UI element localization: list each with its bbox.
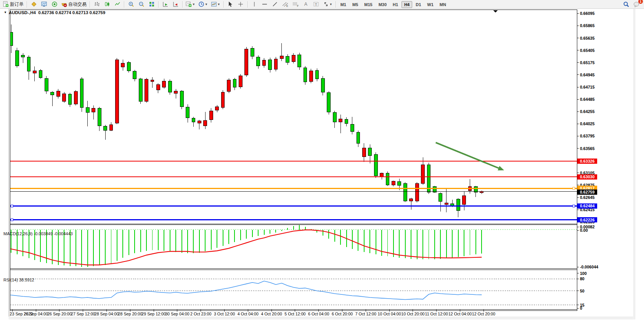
market-watch-button[interactable]	[29, 0, 39, 8]
equidistant-channel-icon: E	[282, 1, 289, 7]
svg-text:6 Oct 04:00: 6 Oct 04:00	[308, 312, 329, 316]
tile-windows-button[interactable]	[147, 0, 156, 8]
text-label-button[interactable]: T	[312, 0, 321, 8]
navigator-button[interactable]	[50, 0, 59, 8]
svg-text:0.63326: 0.63326	[580, 159, 595, 163]
svg-text:0.64485: 0.64485	[580, 97, 595, 102]
notification-badge: 1	[638, 0, 643, 4]
auto-trading-button[interactable]: 自动交易	[60, 0, 88, 8]
gold-diamond-icon	[31, 1, 37, 7]
crosshair-icon	[238, 1, 244, 7]
svg-text:4 Oct 04:00: 4 Oct 04:00	[238, 312, 259, 316]
separator	[90, 1, 90, 8]
svg-text:10 Oct 04:00: 10 Oct 04:00	[378, 312, 401, 316]
svg-text:A: A	[304, 2, 307, 7]
svg-text:11 Oct 12:00: 11 Oct 12:00	[425, 312, 448, 316]
chart-shift-icon	[173, 1, 179, 7]
toolbar: 新订单 自动交易	[0, 0, 644, 9]
candlestick-chart-icon	[104, 1, 110, 7]
indicators-button[interactable]: ▼	[185, 0, 196, 8]
cursor-icon	[227, 1, 233, 7]
zoom-in-button[interactable]	[126, 0, 136, 8]
svg-text:12 Oct 04:00: 12 Oct 04:00	[448, 312, 472, 316]
text-button[interactable]: A	[301, 0, 311, 8]
template-icon	[211, 1, 217, 7]
svg-text:2 Oct 23:00: 2 Oct 23:00	[190, 312, 211, 316]
svg-text:27 Sep 12:00: 27 Sep 12:00	[71, 312, 95, 316]
vertical-line-icon	[252, 1, 257, 7]
svg-text:0.62484: 0.62484	[580, 204, 595, 208]
zoom-out-button[interactable]	[137, 0, 146, 8]
fibonacci-icon: F	[292, 1, 299, 7]
chart-window[interactable]: 0.660950.658650.656350.654050.651750.649…	[0, 9, 644, 328]
search-icon	[623, 1, 630, 8]
svg-text:0: 0	[580, 306, 582, 310]
svg-text:0.63030: 0.63030	[580, 175, 595, 179]
tile-windows-icon	[149, 1, 155, 7]
trendline-icon	[272, 1, 278, 7]
auto-scroll-button[interactable]	[161, 0, 170, 8]
candlestick-chart-button[interactable]	[102, 0, 112, 8]
data-window-button[interactable]	[39, 0, 49, 8]
bar-chart-icon	[94, 1, 100, 7]
line-chart-icon	[114, 1, 120, 7]
separator	[336, 1, 336, 8]
svg-text:100: 100	[580, 271, 587, 276]
fibonacci-button[interactable]: F	[291, 0, 300, 8]
timeframe-W1[interactable]: W1	[424, 1, 436, 8]
new-chart-icon	[186, 1, 192, 7]
trendline-button[interactable]	[270, 0, 280, 8]
timeframe-H1[interactable]: H1	[390, 1, 401, 8]
chart-shift-button[interactable]	[171, 0, 180, 8]
crosshair-button[interactable]	[236, 0, 246, 8]
auto-trading-icon	[61, 1, 67, 7]
timeframe-MN[interactable]: MN	[437, 1, 449, 8]
price-chart-canvas[interactable]: 0.660950.658650.656350.654050.651750.649…	[0, 9, 644, 328]
periods-button[interactable]: ▼	[197, 0, 209, 8]
svg-text:0.62226: 0.62226	[580, 218, 595, 222]
templates-button[interactable]: ▼	[210, 0, 222, 8]
svg-text:0.63565: 0.63565	[580, 146, 595, 151]
svg-text:3 Oct 12:00: 3 Oct 12:00	[214, 312, 235, 316]
text-icon: A	[303, 1, 308, 7]
svg-text:E: E	[286, 5, 288, 7]
svg-text:5 Oct 12:00: 5 Oct 12:00	[284, 312, 305, 316]
separator	[182, 1, 183, 8]
chevron-down-icon: ▼	[217, 3, 220, 6]
svg-text:6 Oct 20:00: 6 Oct 20:00	[332, 312, 353, 316]
arrows-button[interactable]: ▼	[322, 0, 334, 8]
timeframe-M1[interactable]: M1	[338, 1, 349, 8]
timeframe-M30[interactable]: M30	[376, 1, 389, 8]
timeframe-M15[interactable]: M15	[361, 1, 375, 8]
vertical-line-button[interactable]	[250, 0, 259, 8]
horizontal-line-button[interactable]	[260, 0, 270, 8]
svg-text:50: 50	[580, 289, 585, 293]
separator	[247, 1, 248, 8]
timeframe-M5[interactable]: M5	[350, 1, 361, 8]
timeframe-D1[interactable]: D1	[413, 1, 424, 8]
svg-text:0.65865: 0.65865	[580, 23, 595, 28]
separator	[158, 1, 159, 8]
svg-text:0.62645: 0.62645	[580, 195, 595, 200]
new-order-button[interactable]: 新订单	[2, 0, 25, 8]
bar-chart-button[interactable]	[92, 0, 101, 8]
equidistant-channel-button[interactable]: E	[281, 0, 290, 8]
svg-text:0.64715: 0.64715	[580, 85, 595, 89]
auto-trading-label: 自动交易	[68, 1, 87, 8]
notifications-button[interactable]: 1	[632, 0, 641, 8]
line-chart-button[interactable]	[112, 0, 122, 8]
zoom-out-icon	[138, 1, 145, 7]
period-clock-icon	[198, 1, 204, 7]
svg-text:F: F	[297, 5, 299, 7]
svg-text:0.62759: 0.62759	[580, 190, 595, 194]
svg-text:0.65405: 0.65405	[580, 48, 595, 53]
timeframe-H4[interactable]: H4	[401, 1, 412, 8]
search-button[interactable]	[622, 0, 631, 8]
cursor-button[interactable]	[226, 0, 235, 8]
svg-text:80: 80	[580, 276, 585, 281]
text-label-icon: T	[313, 1, 319, 7]
new-order-label: 新订单	[10, 1, 24, 8]
auto-scroll-icon	[162, 1, 169, 7]
svg-text:0.65635: 0.65635	[580, 36, 595, 40]
arrows-icon	[323, 1, 329, 7]
